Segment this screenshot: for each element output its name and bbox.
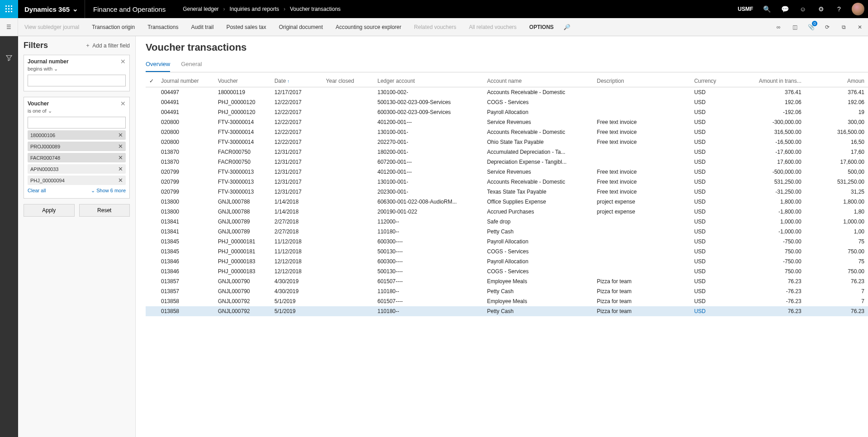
close-icon[interactable]: ✕ — [852, 18, 868, 36]
voucher-input[interactable] — [28, 117, 126, 128]
close-icon[interactable]: ✕ — [118, 166, 123, 172]
col-header[interactable]: Account name — [484, 75, 593, 87]
close-icon[interactable]: ✕ — [120, 100, 126, 107]
table-row[interactable]: 013841GNJL0007892/27/2018112000--Safe dr… — [146, 217, 868, 227]
table-row[interactable]: 004491PHJ_0000012012/22/2017600300-002-0… — [146, 107, 868, 117]
action-posted-sales-tax[interactable]: Posted sales tax — [220, 18, 272, 36]
apply-button[interactable]: Apply — [24, 204, 75, 217]
table-row[interactable]: 00449718000011912/17/2017130100-002-Acco… — [146, 87, 868, 98]
filter-chip[interactable]: 180000106✕ — [28, 130, 126, 140]
messages-icon[interactable]: 💬 — [776, 0, 794, 18]
brand-menu[interactable]: Dynamics 365 ⌄ — [18, 0, 85, 18]
action-transactions[interactable]: Transactions — [141, 18, 185, 36]
action-related-vouchers: Related vouchers — [408, 18, 462, 36]
close-icon[interactable]: ✕ — [118, 132, 123, 138]
col-header[interactable]: Journal number — [157, 75, 214, 87]
table-row[interactable]: 013800GNJL0007881/14/2018606300-001-022-… — [146, 197, 868, 207]
action-transaction-origin[interactable]: Transaction origin — [85, 18, 141, 36]
journal-number-input[interactable] — [28, 75, 126, 86]
table-row[interactable]: 020799FTV-3000001312/31/2017401200-001--… — [146, 167, 868, 177]
col-header[interactable]: Description — [593, 75, 691, 87]
table-row[interactable]: 020800FTV-3000001412/22/2017401200-001--… — [146, 117, 868, 127]
add-filter-button[interactable]: ＋ Add a filter field — [85, 42, 130, 49]
table-row[interactable]: 013845PHJ_0000018111/12/2018500130----CO… — [146, 247, 868, 256]
table-row[interactable]: 013858GNJL0007925/1/2019110180--Petty Ca… — [146, 306, 868, 316]
filter-name: Voucher — [28, 100, 49, 107]
close-icon[interactable]: ✕ — [120, 58, 126, 65]
col-header[interactable]: Currency — [691, 75, 736, 87]
content-area: Voucher transactions Overview General ✓J… — [136, 36, 868, 437]
svg-rect-2 — [11, 5, 12, 7]
sort-asc-icon: ↑ — [287, 79, 289, 84]
link-icon[interactable]: ∞ — [770, 18, 787, 36]
close-icon[interactable]: ✕ — [118, 177, 123, 184]
table-row[interactable]: 013846PHJ_0000018312/12/2018600300----Pa… — [146, 256, 868, 266]
company-picker[interactable]: USMF — [733, 6, 758, 12]
action-accounting-source-explorer[interactable]: Accounting source explorer — [329, 18, 408, 36]
table-row[interactable]: 013857GNJL0007904/30/2019601507----Emplo… — [146, 276, 868, 286]
table-row[interactable]: 020800FTV-3000001412/22/2017130100-001-A… — [146, 127, 868, 137]
help-icon[interactable]: ? — [830, 0, 848, 18]
filter-name: Journal number — [28, 58, 69, 65]
select-all-checkbox[interactable]: ✓ — [146, 75, 157, 87]
col-header[interactable]: Amoun — [805, 75, 868, 87]
search-icon[interactable]: 🔎 — [560, 18, 574, 36]
filter-icon[interactable] — [0, 50, 18, 66]
clear-all-link[interactable]: Clear all — [28, 188, 46, 194]
action-all-related-vouchers: All related vouchers — [463, 18, 523, 36]
popout-icon[interactable]: ⧉ — [835, 18, 852, 36]
search-icon[interactable]: 🔍 — [758, 0, 776, 18]
data-grid[interactable]: ✓Journal numberVoucherDate↑Year closedLe… — [146, 75, 868, 437]
filter-operator[interactable]: begins with ⌄ — [28, 66, 126, 72]
crumb-2[interactable]: Voucher transactions — [290, 6, 341, 12]
chevron-down-icon: ⌄ — [54, 66, 58, 71]
table-row[interactable]: 020800FTV-3000001412/22/2017202270-001-O… — [146, 137, 868, 147]
table-row[interactable]: 020799FTV-3000001312/31/2017130100-001-A… — [146, 177, 868, 187]
table-row[interactable]: 004491PHJ_0000012012/22/2017500130-002-0… — [146, 97, 868, 107]
action-original-document[interactable]: Original document — [272, 18, 329, 36]
table-row[interactable]: 013846PHJ_0000018312/12/2018500130----CO… — [146, 266, 868, 276]
filter-chip[interactable]: FACR000748✕ — [28, 153, 126, 162]
table-row[interactable]: 013870FACR00075012/31/2017607200-001---D… — [146, 157, 868, 167]
col-header[interactable]: Ledger account — [374, 75, 483, 87]
close-icon[interactable]: ✕ — [118, 154, 123, 161]
options-menu[interactable]: OPTIONS — [523, 18, 560, 36]
attachments-icon[interactable]: 📎0 — [803, 18, 819, 36]
table-row[interactable]: 020799FTV-3000001312/31/2017202300-001-T… — [146, 187, 868, 197]
filter-chip[interactable]: PHJ_00000094✕ — [28, 176, 126, 185]
show-more-link[interactable]: ⌄ Show 6 more — [91, 188, 126, 194]
tab-general[interactable]: General — [181, 58, 202, 72]
close-icon[interactable]: ✕ — [118, 143, 123, 150]
brand-label: Dynamics 365 — [24, 5, 70, 13]
crumb-1[interactable]: Inquiries and reports — [230, 6, 279, 12]
reset-button[interactable]: Reset — [79, 204, 130, 217]
table-row[interactable]: 013800GNJL0007881/14/2018200190-001-022A… — [146, 207, 868, 217]
smiley-icon[interactable]: ☺ — [794, 0, 812, 18]
filter-operator[interactable]: is one of ⌄ — [28, 108, 126, 114]
gear-icon[interactable]: ⚙ — [812, 0, 830, 18]
office-icon[interactable]: ◫ — [787, 18, 803, 36]
col-header[interactable]: Voucher — [214, 75, 271, 87]
table-row[interactable]: 013857GNJL0007904/30/2019110180--Petty C… — [146, 286, 868, 296]
table-row[interactable]: 013858GNJL0007925/1/2019601507----Employ… — [146, 296, 868, 306]
action-audit-trail[interactable]: Audit trail — [185, 18, 220, 36]
hamburger-icon[interactable]: ☰ — [0, 18, 18, 36]
svg-rect-4 — [8, 8, 9, 10]
filter-chip[interactable]: PROJ000089✕ — [28, 142, 126, 151]
tab-overview[interactable]: Overview — [146, 58, 170, 72]
col-header[interactable]: Amount in trans... — [736, 75, 805, 87]
col-header[interactable]: Date↑ — [271, 75, 323, 87]
table-row[interactable]: 013870FACR00075012/31/2017180200-001-Acc… — [146, 147, 868, 157]
table-row[interactable]: 013845PHJ_0000018111/12/2018600300----Pa… — [146, 237, 868, 247]
refresh-icon[interactable]: ⟳ — [819, 18, 835, 36]
crumb-0[interactable]: General ledger — [183, 6, 218, 12]
avatar[interactable] — [852, 3, 864, 15]
filters-title: Filters — [24, 41, 48, 50]
chip-label: FACR000748 — [30, 155, 60, 161]
waffle-icon[interactable] — [0, 0, 18, 18]
add-filter-label: Add a filter field — [92, 43, 130, 49]
filter-chip[interactable]: APIN000033✕ — [28, 164, 126, 174]
col-header[interactable]: Year closed — [323, 75, 374, 87]
chevron-down-icon: ⌄ — [91, 188, 95, 193]
table-row[interactable]: 013841GNJL0007892/27/2018110180--Petty C… — [146, 227, 868, 237]
